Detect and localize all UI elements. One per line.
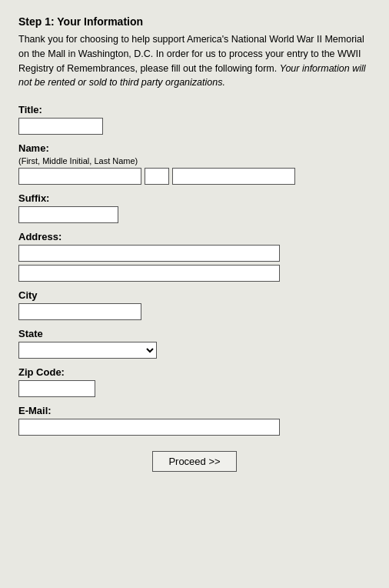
email-label: E-Mail:	[18, 405, 371, 416]
address-field-section: Address:	[18, 231, 371, 282]
step-title-section: Step 1: Your Information Thank you for c…	[18, 15, 371, 90]
address-line1-input[interactable]	[18, 245, 280, 262]
name-last-input[interactable]	[172, 168, 295, 185]
intro-paragraph: Thank you for choosing to help support A…	[18, 32, 371, 90]
zip-field-section: Zip Code:	[18, 366, 371, 397]
title-field-section: Title:	[18, 104, 371, 135]
email-field-section: E-Mail:	[18, 405, 371, 436]
suffix-input[interactable]	[18, 206, 118, 223]
suffix-field-section: Suffix:	[18, 192, 371, 223]
zip-label: Zip Code:	[18, 366, 371, 378]
suffix-label: Suffix:	[18, 192, 371, 204]
city-field-section: City	[18, 289, 371, 320]
city-input[interactable]	[18, 303, 141, 320]
proceed-section: Proceed >>	[18, 451, 371, 472]
step-title: Step 1: Your Information	[18, 15, 371, 28]
page-container: Step 1: Your Information Thank you for c…	[0, 0, 389, 588]
name-field-section: Name: (First, Middle Initial, Last Name)	[18, 142, 371, 185]
name-sublabel: (First, Middle Initial, Last Name)	[18, 156, 371, 165]
address-line2-input[interactable]	[18, 265, 280, 282]
name-mi-input[interactable]	[145, 168, 169, 185]
address-label: Address:	[18, 231, 371, 242]
city-label: City	[18, 289, 371, 301]
state-select[interactable]: ALAKAZARCACOCTDEFLGAHIIDILINIAKSKYLAMEMD…	[18, 342, 157, 359]
state-field-section: State ALAKAZARCACOCTDEFLGAHIIDILINIAKSKY…	[18, 328, 371, 359]
email-input[interactable]	[18, 419, 280, 436]
name-label: Name:	[18, 142, 371, 154]
proceed-button[interactable]: Proceed >>	[152, 451, 237, 472]
state-label: State	[18, 328, 371, 339]
title-input[interactable]	[18, 118, 103, 135]
name-first-input[interactable]	[18, 168, 141, 185]
zip-input[interactable]	[18, 380, 95, 397]
name-inputs-row	[18, 168, 371, 185]
title-label: Title:	[18, 104, 371, 115]
